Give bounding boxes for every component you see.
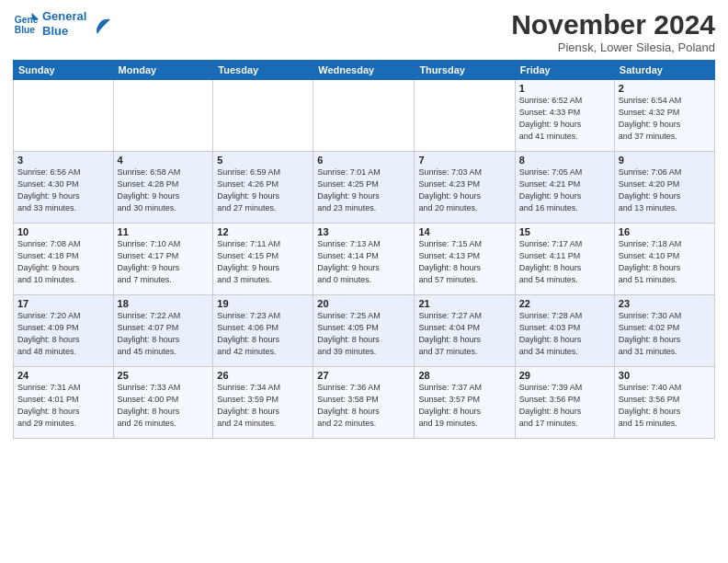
day-number: 29 [519, 370, 610, 381]
calendar-header-thursday: Thursday [415, 61, 515, 80]
day-info: Sunrise: 7:36 AM Sunset: 3:58 PM Dayligh… [317, 382, 410, 430]
day-number: 23 [619, 298, 711, 309]
day-info: Sunrise: 7:03 AM Sunset: 4:23 PM Dayligh… [418, 167, 510, 214]
day-info: Sunrise: 6:54 AM Sunset: 4:32 PM Dayligh… [619, 95, 711, 143]
calendar-cell: 7Sunrise: 7:03 AM Sunset: 4:23 PM Daylig… [415, 152, 515, 224]
calendar-header-wednesday: Wednesday [313, 61, 415, 80]
calendar-cell: 10Sunrise: 7:08 AM Sunset: 4:18 PM Dayli… [14, 224, 114, 295]
location-subtitle: Piensk, Lower Silesia, Poland [511, 40, 715, 54]
day-info: Sunrise: 6:58 AM Sunset: 4:28 PM Dayligh… [118, 167, 210, 214]
calendar-cell: 26Sunrise: 7:34 AM Sunset: 3:59 PM Dayli… [213, 367, 313, 439]
day-number: 21 [418, 298, 510, 309]
calendar-cell: 25Sunrise: 7:33 AM Sunset: 4:00 PM Dayli… [113, 367, 213, 439]
day-number: 16 [619, 226, 711, 237]
day-number: 27 [317, 370, 410, 381]
day-info: Sunrise: 7:10 AM Sunset: 4:17 PM Dayligh… [118, 238, 210, 286]
main-container: General Blue General Blue November 2024 … [0, 0, 728, 563]
calendar-header-monday: Monday [113, 61, 213, 80]
calendar-header-row: SundayMondayTuesdayWednesdayThursdayFrid… [14, 61, 715, 80]
calendar-week-5: 24Sunrise: 7:31 AM Sunset: 4:01 PM Dayli… [14, 367, 715, 439]
day-number: 20 [317, 298, 410, 309]
calendar-cell: 19Sunrise: 7:23 AM Sunset: 4:06 PM Dayli… [213, 295, 313, 367]
day-info: Sunrise: 7:27 AM Sunset: 4:04 PM Dayligh… [418, 310, 510, 358]
header: General Blue General Blue November 2024 … [13, 9, 715, 54]
logo: General Blue General Blue [13, 9, 110, 38]
day-info: Sunrise: 7:22 AM Sunset: 4:07 PM Dayligh… [118, 310, 210, 358]
day-info: Sunrise: 7:15 AM Sunset: 4:13 PM Dayligh… [418, 238, 510, 286]
day-info: Sunrise: 7:08 AM Sunset: 4:18 PM Dayligh… [17, 238, 109, 286]
logo-icon: General Blue [13, 11, 39, 37]
day-number: 10 [17, 226, 109, 237]
logo-blue: Blue [42, 24, 86, 39]
day-number: 30 [619, 370, 711, 381]
calendar-cell: 3Sunrise: 6:56 AM Sunset: 4:30 PM Daylig… [14, 152, 114, 224]
calendar-week-3: 10Sunrise: 7:08 AM Sunset: 4:18 PM Dayli… [14, 224, 715, 295]
calendar-cell: 21Sunrise: 7:27 AM Sunset: 4:04 PM Dayli… [415, 295, 515, 367]
day-info: Sunrise: 7:05 AM Sunset: 4:21 PM Dayligh… [519, 167, 610, 214]
day-number: 6 [317, 155, 410, 166]
day-info: Sunrise: 7:30 AM Sunset: 4:02 PM Dayligh… [619, 310, 711, 358]
calendar-cell: 1Sunrise: 6:52 AM Sunset: 4:33 PM Daylig… [515, 80, 614, 152]
day-number: 28 [418, 370, 510, 381]
logo-general: General [42, 9, 86, 23]
calendar-cell [14, 80, 114, 152]
day-number: 15 [519, 226, 610, 237]
day-info: Sunrise: 7:37 AM Sunset: 3:57 PM Dayligh… [418, 382, 510, 430]
day-number: 11 [118, 226, 210, 237]
calendar-cell: 30Sunrise: 7:40 AM Sunset: 3:56 PM Dayli… [614, 367, 714, 439]
day-number: 1 [519, 83, 610, 94]
calendar-cell [113, 80, 213, 152]
calendar-cell: 6Sunrise: 7:01 AM Sunset: 4:25 PM Daylig… [313, 152, 415, 224]
month-title: November 2024 [511, 9, 715, 40]
day-number: 3 [17, 155, 109, 166]
calendar-cell: 17Sunrise: 7:20 AM Sunset: 4:09 PM Dayli… [14, 295, 114, 367]
day-number: 2 [619, 83, 711, 94]
calendar-cell: 8Sunrise: 7:05 AM Sunset: 4:21 PM Daylig… [515, 152, 614, 224]
day-info: Sunrise: 7:28 AM Sunset: 4:03 PM Dayligh… [519, 310, 610, 358]
day-number: 19 [217, 298, 309, 309]
calendar-week-1: 1Sunrise: 6:52 AM Sunset: 4:33 PM Daylig… [14, 80, 715, 152]
calendar-cell: 22Sunrise: 7:28 AM Sunset: 4:03 PM Dayli… [515, 295, 614, 367]
day-info: Sunrise: 7:39 AM Sunset: 3:56 PM Dayligh… [519, 382, 610, 430]
calendar-cell: 4Sunrise: 6:58 AM Sunset: 4:28 PM Daylig… [113, 152, 213, 224]
day-info: Sunrise: 7:23 AM Sunset: 4:06 PM Dayligh… [217, 310, 309, 358]
calendar-week-2: 3Sunrise: 6:56 AM Sunset: 4:30 PM Daylig… [14, 152, 715, 224]
day-info: Sunrise: 7:18 AM Sunset: 4:10 PM Dayligh… [619, 238, 711, 286]
calendar-cell: 16Sunrise: 7:18 AM Sunset: 4:10 PM Dayli… [614, 224, 714, 295]
day-info: Sunrise: 7:25 AM Sunset: 4:05 PM Dayligh… [317, 310, 410, 358]
calendar-cell: 14Sunrise: 7:15 AM Sunset: 4:13 PM Dayli… [415, 224, 515, 295]
day-number: 4 [118, 155, 210, 166]
calendar-week-4: 17Sunrise: 7:20 AM Sunset: 4:09 PM Dayli… [14, 295, 715, 367]
day-info: Sunrise: 7:20 AM Sunset: 4:09 PM Dayligh… [17, 310, 109, 358]
calendar-cell: 20Sunrise: 7:25 AM Sunset: 4:05 PM Dayli… [313, 295, 415, 367]
calendar-cell [415, 80, 515, 152]
calendar-cell: 28Sunrise: 7:37 AM Sunset: 3:57 PM Dayli… [415, 367, 515, 439]
calendar-cell [313, 80, 415, 152]
calendar-cell: 24Sunrise: 7:31 AM Sunset: 4:01 PM Dayli… [14, 367, 114, 439]
day-info: Sunrise: 7:33 AM Sunset: 4:00 PM Dayligh… [118, 382, 210, 430]
day-number: 14 [418, 226, 510, 237]
svg-text:Blue: Blue [15, 25, 36, 35]
day-info: Sunrise: 6:56 AM Sunset: 4:30 PM Dayligh… [17, 167, 109, 214]
day-number: 17 [17, 298, 109, 309]
day-info: Sunrise: 6:52 AM Sunset: 4:33 PM Dayligh… [519, 95, 610, 143]
day-info: Sunrise: 6:59 AM Sunset: 4:26 PM Dayligh… [217, 167, 309, 214]
calendar-table: SundayMondayTuesdayWednesdayThursdayFrid… [13, 60, 715, 439]
day-info: Sunrise: 7:40 AM Sunset: 3:56 PM Dayligh… [619, 382, 711, 430]
calendar-cell [213, 80, 313, 152]
day-info: Sunrise: 7:17 AM Sunset: 4:11 PM Dayligh… [519, 238, 610, 286]
day-number: 12 [217, 226, 309, 237]
calendar-cell: 2Sunrise: 6:54 AM Sunset: 4:32 PM Daylig… [614, 80, 714, 152]
logo-bird-icon [90, 14, 110, 34]
calendar-cell: 13Sunrise: 7:13 AM Sunset: 4:14 PM Dayli… [313, 224, 415, 295]
day-number: 18 [118, 298, 210, 309]
day-info: Sunrise: 7:11 AM Sunset: 4:15 PM Dayligh… [217, 238, 309, 286]
day-info: Sunrise: 7:34 AM Sunset: 3:59 PM Dayligh… [217, 382, 309, 430]
day-number: 8 [519, 155, 610, 166]
calendar-cell: 27Sunrise: 7:36 AM Sunset: 3:58 PM Dayli… [313, 367, 415, 439]
title-block: November 2024 Piensk, Lower Silesia, Pol… [511, 9, 715, 54]
calendar-cell: 29Sunrise: 7:39 AM Sunset: 3:56 PM Dayli… [515, 367, 614, 439]
day-number: 9 [619, 155, 711, 166]
day-number: 25 [118, 370, 210, 381]
day-info: Sunrise: 7:01 AM Sunset: 4:25 PM Dayligh… [317, 167, 410, 214]
